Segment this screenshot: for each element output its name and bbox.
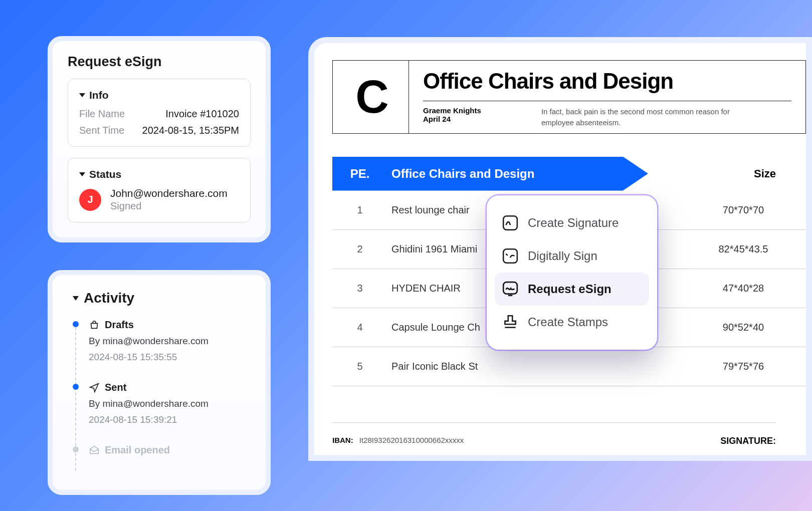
mail-open-icon	[89, 445, 100, 456]
digital-sign-icon	[502, 247, 519, 265]
menu-create-signature[interactable]: Create Signature	[495, 206, 649, 239]
status-heading-row[interactable]: Status	[79, 168, 239, 180]
status-heading: Status	[89, 168, 121, 180]
activity-item: Sent By mina@wondershare.com 2024-08-15 …	[89, 382, 251, 425]
svg-rect-1	[503, 249, 517, 263]
activity-item-time: 2024-08-15 15:35:55	[89, 352, 251, 363]
activity-item-time: 2024-08-15 15:39:21	[89, 414, 251, 425]
sent-time-label: Sent Time	[79, 125, 124, 136]
request-esign-panel: Request eSign Info File Name Invoice #10…	[48, 36, 271, 242]
file-name-value: Invoice #101020	[165, 108, 239, 120]
avatar: J	[79, 189, 101, 211]
activity-timeline: Drafts By mina@wondershare.com 2024-08-1…	[73, 319, 251, 456]
activity-item-title: Sent	[105, 382, 126, 393]
svg-rect-0	[503, 216, 517, 230]
caret-down-icon	[79, 93, 85, 97]
iban-label: IBAN:	[332, 436, 353, 444]
caret-down-icon	[79, 172, 85, 176]
document-blurb: In fact, back pain is the second most co…	[541, 106, 752, 128]
iban-value: It28I93262016310000662xxxxx	[359, 436, 464, 444]
document-footer: IBAN: It28I93262016310000662xxxxx SIGNAT…	[332, 422, 776, 446]
activity-item-title: Drafts	[105, 319, 134, 331]
col-size: Size	[754, 167, 776, 180]
status-section: Status J John@wondershare.com Signed	[68, 158, 251, 222]
status-state: Signed	[110, 200, 228, 212]
document-title: Office Chairs and Design	[423, 69, 791, 94]
panel-title: Request eSign	[68, 54, 251, 70]
request-esign-icon	[502, 281, 519, 298]
activity-item-title: Email opened	[105, 444, 170, 456]
timeline-dot-icon	[73, 321, 79, 327]
activity-panel: Activity Drafts By mina@wondershare.com …	[48, 270, 271, 495]
caret-down-icon	[73, 296, 79, 301]
document-header: C Office Chairs and Design Graeme Knight…	[332, 60, 806, 134]
activity-item-by: By mina@wondershare.com	[89, 336, 251, 347]
info-section: Info File Name Invoice #101020 Sent Time…	[68, 79, 251, 147]
col-name: Office Chairs and Design	[387, 167, 534, 181]
info-heading-row[interactable]: Info	[79, 89, 239, 101]
logo: C	[333, 61, 409, 133]
sign-context-menu: Create Signature Digitally Sign Request …	[487, 195, 657, 350]
signature-label: SIGNATURE:	[720, 436, 776, 446]
stamp-icon	[502, 314, 519, 331]
menu-create-stamps[interactable]: Create Stamps	[495, 306, 649, 339]
table-header: PE. Office Chairs and Design Size	[332, 157, 806, 191]
activity-heading-row[interactable]: Activity	[73, 290, 251, 306]
file-name-label: File Name	[79, 108, 125, 120]
activity-item-by: By mina@wondershare.com	[89, 398, 251, 409]
col-pe: PE.	[332, 167, 387, 181]
activity-title: Activity	[84, 290, 134, 306]
activity-item: Drafts By mina@wondershare.com 2024-08-1…	[89, 319, 251, 363]
bag-icon	[89, 320, 100, 331]
activity-item: Email opened	[89, 444, 251, 456]
timeline-dot-icon	[73, 384, 79, 390]
status-email: John@wondershare.com	[110, 187, 228, 199]
sent-time-value: 2024-08-15, 15:35PM	[142, 125, 239, 136]
table-row: 5 Pair Iconic Black St 79*75*76	[332, 347, 806, 386]
timeline-dot-icon	[73, 446, 79, 452]
menu-digitally-sign[interactable]: Digitally Sign	[495, 239, 649, 273]
info-heading: Info	[89, 89, 108, 101]
signature-icon	[502, 214, 519, 231]
svg-rect-2	[503, 282, 517, 294]
menu-request-esign[interactable]: Request eSign	[495, 273, 649, 306]
send-icon	[89, 382, 100, 393]
document-author: Graeme Knights April 24	[423, 106, 481, 128]
